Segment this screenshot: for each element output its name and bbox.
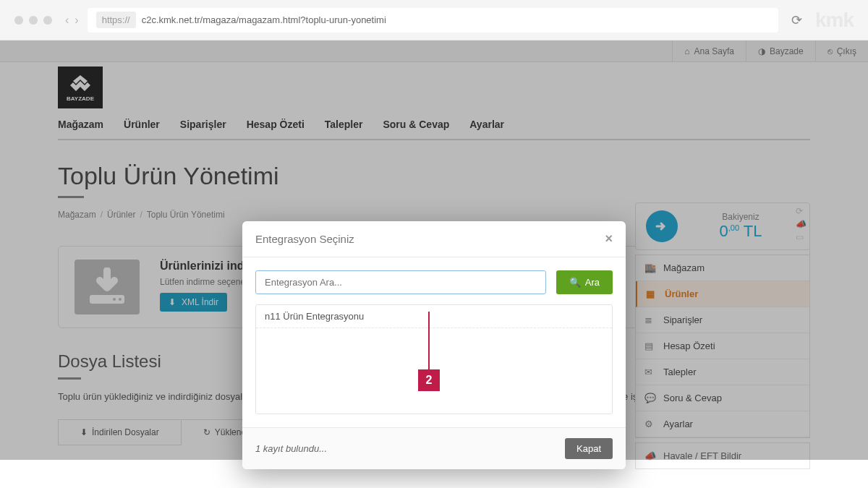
- url-protocol: https://: [96, 12, 136, 28]
- callout-marker: 2: [418, 312, 440, 391]
- modal-title: Entegrasyon Seçiniz: [255, 233, 354, 245]
- search-button[interactable]: 🔍 Ara: [556, 270, 613, 294]
- search-icon: 🔍: [569, 277, 581, 288]
- browser-chrome: ‹ › https:// c2c.kmk.net.tr/magaza/magaz…: [0, 0, 868, 40]
- brand-kmk: kmk: [815, 9, 854, 32]
- nav-arrows: ‹ ›: [65, 14, 79, 27]
- callout-number: 2: [418, 369, 440, 391]
- result-count: 1 kayıt bulundu...: [255, 443, 327, 454]
- forward-button[interactable]: ›: [75, 14, 78, 27]
- back-button[interactable]: ‹: [65, 14, 69, 27]
- close-icon[interactable]: ×: [605, 231, 613, 247]
- integration-search-input[interactable]: [255, 270, 546, 294]
- reload-icon[interactable]: ⟳: [791, 12, 802, 28]
- close-button[interactable]: Kapat: [565, 438, 613, 459]
- window-controls: [14, 16, 52, 25]
- url-text: c2c.kmk.net.tr/magaza/magazam.html?toplu…: [142, 14, 386, 25]
- url-bar[interactable]: https:// c2c.kmk.net.tr/magaza/magazam.h…: [88, 8, 778, 33]
